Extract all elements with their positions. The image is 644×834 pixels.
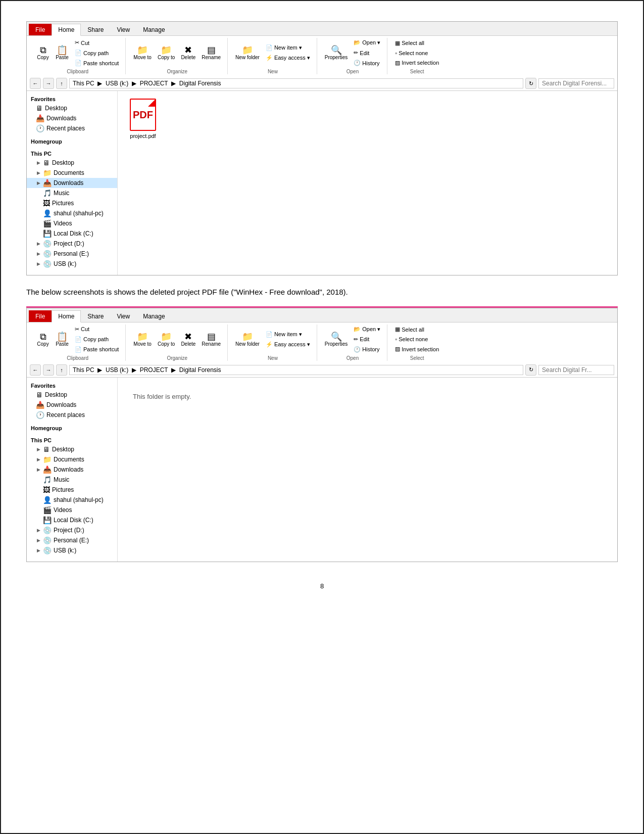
paste-button-2[interactable]: 📋 Paste [53,330,71,349]
copy-button-1[interactable]: ⧉ Copy [34,43,52,62]
cut-button-1[interactable]: ✂ Cut [72,38,121,48]
sidebar-item-7-1[interactable]: 💾 Local Disk (C:) [27,228,117,239]
sidebar-item-0-2[interactable]: ▶ 🖥 Desktop [27,444,117,454]
user-icon-1: 👤 [43,209,52,217]
sidebar-item-7-2[interactable]: 💾 Local Disk (C:) [27,515,117,525]
personal-disk-icon-1: 💿 [43,250,52,258]
select-none-button-2[interactable]: ▫ Select none [392,335,441,344]
select-all-button-1[interactable]: ▦ Select all [392,38,441,48]
sidebar-item-5-1[interactable]: 👤 shahul (shahul-pc) [27,208,117,218]
sidebar-item-desktop-fav-1[interactable]: 🖥 Desktop [27,103,117,113]
sidebar-item-10-1[interactable]: ▶ 💿 USB (k:) [27,259,117,269]
project-disk-icon-2: 💿 [43,526,52,534]
copy-path-button-1[interactable]: 📄 Copy path [72,48,121,58]
properties-button-1[interactable]: 🔍 Properties [322,43,351,62]
paste-shortcut-button-2[interactable]: 📄 Paste shortcut [72,345,121,354]
forward-button-1[interactable]: → [43,78,54,89]
sidebar-item-recent-1[interactable]: 🕐 Recent places [27,123,117,133]
tab-file-2[interactable]: File [29,310,52,322]
sidebar-item-downloads-fav-2[interactable]: 📥 Downloads [27,400,117,410]
new-folder-button-2[interactable]: 📁 New folder [233,330,262,349]
edit-button-1[interactable]: ✏ Edit [351,48,383,58]
new-folder-button-1[interactable]: 📁 New folder [233,43,262,62]
explorer-window-2: File Home Share View Manage ⧉ Copy 📋 Pas… [26,308,618,562]
pdf-filename: project.pdf [130,133,156,139]
rename-button-1[interactable]: ▤ Rename [199,43,223,62]
invert-selection-button-2[interactable]: ▨ Invert selection [392,344,441,354]
search-input-2[interactable] [538,365,614,375]
sidebar-item-4-1[interactable]: 🖼 Pictures [27,198,117,208]
sidebar-item-1-2[interactable]: ▶ 📁 Documents [27,454,117,465]
properties-icon-2: 🔍 [331,332,342,341]
refresh-button-1[interactable]: ↻ [525,78,536,89]
sidebar-item-9-2[interactable]: ▶ 💿 Personal (E:) [27,535,117,545]
sidebar-item-2-1[interactable]: ▶ 📥 Downloads [27,178,117,188]
back-button-2[interactable]: ← [30,364,41,376]
tab-share-1[interactable]: Share [81,24,110,35]
history-button-2[interactable]: 🕐 History [351,345,383,354]
tab-view-2[interactable]: View [110,310,136,322]
new-item-icon-1: 📄 [266,44,273,51]
sidebar-item-6-1[interactable]: 🎬 Videos [27,218,117,228]
copy-to-button-1[interactable]: 📁 Copy to [155,43,177,62]
open-buttons-1: 🔍 Properties 📂 Open ▾ ✏ Edit 🕐 History [322,38,383,68]
sidebar-item-downloads-fav-1[interactable]: 📥 Downloads [27,113,117,123]
new-item-button-1[interactable]: 📄 New item ▾ [263,43,313,53]
file-item-project-pdf[interactable]: PDF project.pdf [123,96,163,142]
rename-button-2[interactable]: ▤ Rename [199,330,223,349]
select-none-button-1[interactable]: ▫ Select none [392,49,441,58]
sidebar-item-6-2[interactable]: 🎬 Videos [27,505,117,515]
sidebar-item-1-1[interactable]: ▶ 📁 Documents [27,168,117,178]
history-button-1[interactable]: 🕐 History [351,58,383,68]
invert-selection-button-1[interactable]: ▨ Invert selection [392,58,441,68]
easy-access-button-1[interactable]: ⚡ Easy access ▾ [263,53,313,63]
move-to-button-2[interactable]: 📁 Move to [131,330,154,349]
address-path-1[interactable] [69,78,523,88]
move-to-button-1[interactable]: 📁 Move to [131,43,154,62]
forward-button-2[interactable]: → [43,364,54,376]
open-button-1[interactable]: 📂 Open ▾ [351,38,383,48]
address-path-2[interactable] [69,365,523,375]
tab-home-1[interactable]: Home [52,24,81,36]
sidebar-item-10-2[interactable]: ▶ 💿 USB (k:) [27,545,117,555]
easy-access-button-2[interactable]: ⚡ Easy access ▾ [263,340,313,349]
up-button-2[interactable]: ↑ [56,364,67,376]
select-all-button-2[interactable]: ▦ Select all [392,325,441,334]
paste-button-1[interactable]: 📋 Paste [53,43,71,62]
tab-share-2[interactable]: Share [81,310,110,322]
sidebar-item-8-1[interactable]: ▶ 💿 Project (D:) [27,239,117,249]
back-button-1[interactable]: ← [30,78,41,89]
history-icon-2: 🕐 [354,346,361,353]
sidebar-item-recent-2[interactable]: 🕐 Recent places [27,410,117,420]
copy-to-button-2[interactable]: 📁 Copy to [155,330,177,349]
delete-button-2[interactable]: ✖ Delete [178,330,198,349]
sidebar-item-0-1[interactable]: ▶ 🖥 Desktop [27,158,117,168]
search-input-1[interactable] [538,78,614,88]
sidebar-item-9-1[interactable]: ▶ 💿 Personal (E:) [27,249,117,259]
delete-button-1[interactable]: ✖ Delete [178,43,198,62]
paste-shortcut-button-1[interactable]: 📄 Paste shortcut [72,58,121,68]
refresh-button-2[interactable]: ↻ [525,364,536,376]
copy-button-2[interactable]: ⧉ Copy [34,330,52,349]
homegroup-label-2: Homegroup [27,423,117,432]
tab-view-1[interactable]: View [110,24,136,35]
tab-manage-2[interactable]: Manage [136,310,171,322]
cut-button-2[interactable]: ✂ Cut [72,325,121,334]
sidebar-item-5-2[interactable]: 👤 shahul (shahul-pc) [27,495,117,505]
copy-path-button-2[interactable]: 📄 Copy path [72,335,121,344]
sidebar-item-2-2[interactable]: ▶ 📥 Downloads [27,465,117,475]
up-button-1[interactable]: ↑ [56,78,67,89]
sidebar-item-3-1[interactable]: 🎵 Music [27,188,117,198]
tab-home-2[interactable]: Home [52,310,81,322]
videos-icon-2: 🎬 [43,506,52,514]
sidebar-item-desktop-fav-2[interactable]: 🖥 Desktop [27,390,117,400]
sidebar-item-8-2[interactable]: ▶ 💿 Project (D:) [27,525,117,535]
tab-manage-1[interactable]: Manage [136,24,171,35]
properties-button-2[interactable]: 🔍 Properties [322,330,351,349]
tab-file-1[interactable]: File [29,24,52,35]
open-button-2[interactable]: 📂 Open ▾ [351,325,383,334]
new-item-button-2[interactable]: 📄 New item ▾ [263,330,313,339]
sidebar-item-4-2[interactable]: 🖼 Pictures [27,485,117,495]
edit-button-2[interactable]: ✏ Edit [351,335,383,344]
sidebar-item-3-2[interactable]: 🎵 Music [27,475,117,485]
